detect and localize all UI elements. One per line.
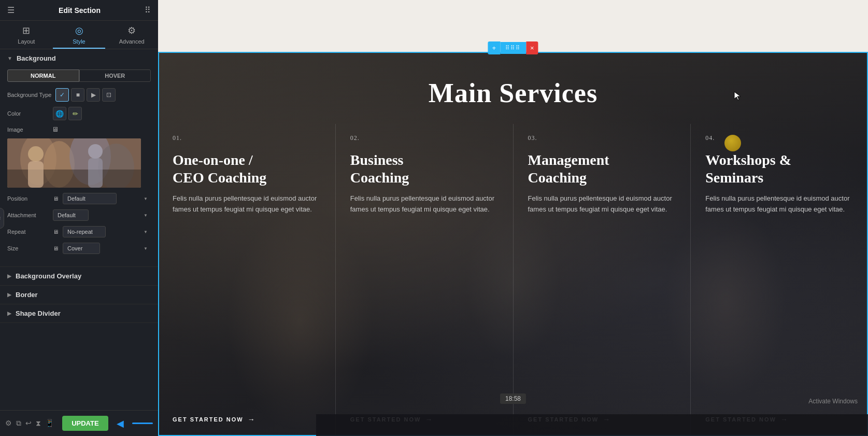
layout-icon: ⊞ <box>22 25 30 36</box>
border-arrow-icon: ▶ <box>7 292 11 298</box>
activate-windows-text: Activate Windows <box>808 398 858 405</box>
bg-type-slide-btn[interactable]: ⊡ <box>102 88 116 102</box>
repeat-monitor-icon: 🖥 <box>53 229 59 235</box>
responsive-bottom-icon[interactable]: 📱 <box>45 419 54 428</box>
service-card-1: 01. One-on-one /CEO Coaching Felis nulla… <box>158 124 335 436</box>
services-section: Main Services 01. One-on-one /CEO Coachi… <box>158 52 868 436</box>
service-name-2: BusinessCoaching <box>350 151 499 186</box>
service-name-4: Workshops &Seminars <box>705 151 853 186</box>
svg-rect-5 <box>7 170 141 188</box>
panel-content: ▼ Background NORMAL HOVER Background Typ… <box>0 49 158 436</box>
background-type-icons: ✓ ■ ▶ ⊡ <box>55 88 116 102</box>
panel-tabs: ⊞ Layout ◎ Style ⚙ Advanced <box>0 21 158 49</box>
blue-line-indicator <box>132 423 153 424</box>
bg-type-classic-btn[interactable]: ✓ <box>55 88 69 102</box>
layers-bottom-icon[interactable]: ⧉ <box>16 419 21 428</box>
service-desc-3: Felis nulla purus pellentesque id euismo… <box>528 193 676 215</box>
attachment-select[interactable]: Default Scroll Fixed <box>53 209 89 221</box>
svg-point-8 <box>88 144 103 159</box>
tab-layout[interactable]: ⊞ Layout <box>0 21 53 49</box>
bg-mode-toggle: NORMAL HOVER <box>7 69 151 82</box>
bg-type-gradient-btn[interactable]: ■ <box>71 88 84 102</box>
arrow-blue-icon[interactable]: ◀ <box>117 418 124 429</box>
repeat-row: Repeat 🖥 No-repeat Repeat Repeat-x Repea… <box>7 226 151 237</box>
color-row: Color 🌐 ✏ <box>7 107 151 120</box>
drag-handle[interactable]: ⠿⠿⠿ <box>500 42 526 54</box>
service-cta-text-1: GET STARTED NOW <box>173 416 244 423</box>
size-label: Size <box>7 245 49 251</box>
attachment-label: Attachment <box>7 212 49 218</box>
service-card-3: 03. ManagementCoaching Felis nulla purus… <box>513 124 691 436</box>
services-title-wrap: Main Services <box>429 78 597 108</box>
svg-rect-9 <box>88 158 103 188</box>
attachment-row: Attachment Default Scroll Fixed <box>7 209 151 221</box>
service-desc-2: Felis nulla purus pellentesque id euismo… <box>350 193 499 215</box>
service-cta-1[interactable]: GET STARTED NOW → <box>173 408 321 424</box>
color-label: Color <box>7 110 49 117</box>
left-panel: ☰ Edit Section ⠿ ⊞ Layout ◎ Style ⚙ Adva… <box>0 0 158 436</box>
panel-bottom-bar: ⚙ ⧉ ↩ ⧗ 📱 UPDATE ◀ <box>0 410 158 436</box>
shape-divider-header[interactable]: ▶ Shape Divider <box>0 304 158 322</box>
position-label: Position <box>7 195 49 202</box>
service-desc-1: Felis nulla purus pellentesque id euismo… <box>173 193 321 215</box>
services-title: Main Services <box>429 78 597 108</box>
service-number-3: 03. <box>528 134 676 142</box>
advanced-icon: ⚙ <box>127 25 136 36</box>
background-arrow-icon: ▼ <box>7 55 12 61</box>
service-card-4: 04. Workshops &Seminars Felis nulla puru… <box>690 124 868 436</box>
background-type-label: Background Type <box>7 92 51 98</box>
gold-circle-decoration <box>724 135 741 151</box>
background-type-row: Background Type ✓ ■ ▶ ⊡ <box>7 88 151 102</box>
border-section-header[interactable]: ▶ Border <box>0 286 158 304</box>
position-select[interactable]: Default Top Left Top Center Center Cente… <box>63 193 117 204</box>
settings-bottom-icon[interactable]: ⚙ <box>5 419 12 428</box>
background-section-body: NORMAL HOVER Background Type ✓ ■ ▶ ⊡ Col… <box>0 67 158 266</box>
background-image-preview <box>7 138 141 188</box>
update-button[interactable]: UPDATE <box>62 416 108 431</box>
size-select-wrapper: Cover Contain Auto <box>63 243 151 254</box>
color-controls: 🌐 ✏ <box>53 107 82 120</box>
taskbar <box>316 414 868 436</box>
svg-point-6 <box>28 146 44 162</box>
position-monitor-icon: 🖥 <box>53 195 59 202</box>
bottom-icons: ⚙ ⧉ ↩ ⧗ 📱 <box>5 419 54 428</box>
color-pen-btn[interactable]: ✏ <box>68 107 82 120</box>
service-cta-arrow-1: → <box>248 415 255 424</box>
repeat-select[interactable]: No-repeat Repeat Repeat-x Repeat-y <box>63 226 106 237</box>
background-overlay-section: ▶ Background Overlay <box>0 267 158 286</box>
hamburger-icon[interactable]: ☰ <box>7 5 15 15</box>
services-cards: 01. One-on-one /CEO Coaching Felis nulla… <box>158 124 868 436</box>
collapse-panel-handle[interactable]: ‹ <box>0 208 4 229</box>
background-section: ▼ Background NORMAL HOVER Background Typ… <box>0 49 158 267</box>
main-canvas: + ⠿⠿⠿ × Main Services 01. One-on-one /CE… <box>158 0 868 436</box>
size-monitor-icon: 🖥 <box>53 245 59 251</box>
size-select[interactable]: Cover Contain Auto <box>63 243 100 254</box>
section-handle-bar: + ⠿⠿⠿ × <box>488 41 538 54</box>
shape-divider-section: ▶ Shape Divider <box>0 304 158 323</box>
border-section: ▶ Border <box>0 286 158 304</box>
background-image-thumb[interactable] <box>7 138 141 188</box>
grid-icon[interactable]: ⠿ <box>145 5 151 15</box>
undo-bottom-icon[interactable]: ↩ <box>25 419 32 428</box>
time-badge: 18:58 <box>500 393 526 404</box>
position-row: Position 🖥 Default Top Left Top Center C… <box>7 193 151 204</box>
style-icon: ◎ <box>75 25 83 36</box>
close-section-btn[interactable]: × <box>526 41 538 54</box>
add-section-btn[interactable]: + <box>488 41 500 54</box>
background-section-header[interactable]: ▼ Background <box>0 49 158 67</box>
service-card-2: 02. BusinessCoaching Felis nulla purus p… <box>335 124 513 436</box>
history-bottom-icon[interactable]: ⧗ <box>36 419 41 428</box>
tab-advanced[interactable]: ⚙ Advanced <box>105 21 158 49</box>
color-globe-btn[interactable]: 🌐 <box>53 107 66 120</box>
service-desc-4: Felis nulla purus pellentesque id euismo… <box>705 193 853 215</box>
tab-style[interactable]: ◎ Style <box>53 21 106 49</box>
panel-title: Edit Section <box>15 6 145 15</box>
attachment-select-wrapper: Default Scroll Fixed <box>53 209 151 221</box>
bg-type-video-btn[interactable]: ▶ <box>87 88 100 102</box>
service-name-1: One-on-one /CEO Coaching <box>173 151 321 186</box>
bg-hover-tab[interactable]: HOVER <box>79 69 151 82</box>
bg-normal-tab[interactable]: NORMAL <box>7 69 79 82</box>
background-overlay-header[interactable]: ▶ Background Overlay <box>0 267 158 285</box>
repeat-select-wrapper: No-repeat Repeat Repeat-x Repeat-y <box>63 226 151 237</box>
service-name-3: ManagementCoaching <box>528 151 676 186</box>
